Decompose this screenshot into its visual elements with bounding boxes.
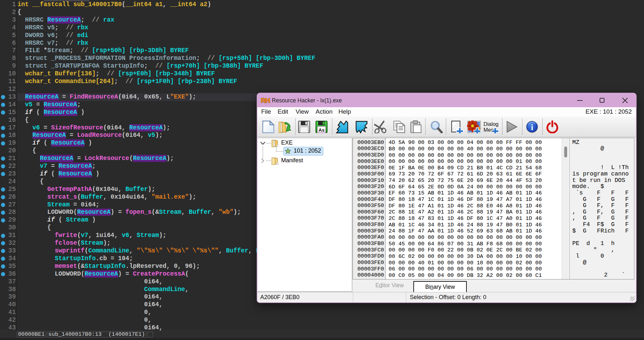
svg-text:i: i [531,123,533,132]
svg-text:As: As [318,127,325,133]
svg-text:Dialog: Dialog [483,121,499,127]
